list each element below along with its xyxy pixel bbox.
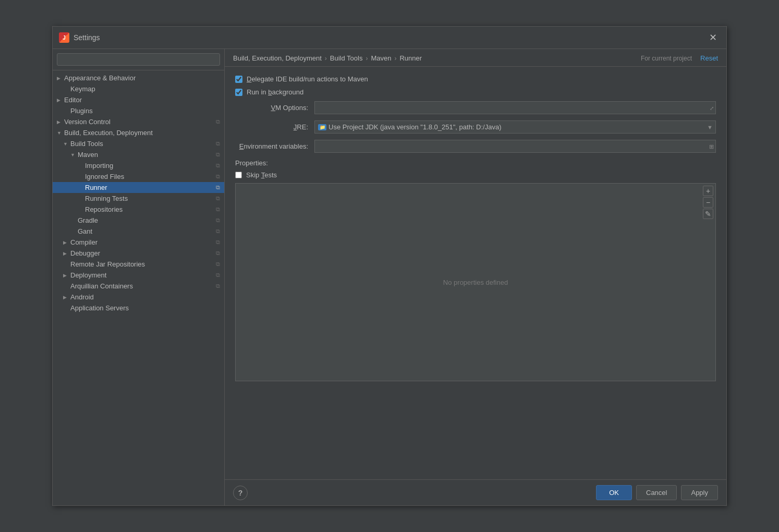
sidebar-item-maven[interactable]: ▼ Maven ⧉ [53, 149, 224, 160]
sidebar-item-repositories[interactable]: Repositories ⧉ [53, 204, 224, 215]
breadcrumb-build-exec[interactable]: Build, Execution, Deployment [233, 54, 322, 62]
skip-tests-checkbox[interactable] [235, 172, 242, 178]
bottom-bar: ? OK Cancel Apply [225, 479, 726, 505]
sidebar-item-version-control[interactable]: ▶ Version Control ⧉ [53, 116, 224, 127]
apply-button[interactable]: Apply [681, 485, 718, 500]
delegate-checkbox-row: Delegate IDE build/run actions to Maven [235, 75, 716, 83]
sidebar-item-label: Keymap [70, 85, 95, 93]
vm-options-row: VM Options: ⤢ [235, 101, 716, 114]
sidebar-item-keymap[interactable]: Keymap [53, 83, 224, 94]
sidebar-item-label: Build, Execution, Deployment [64, 129, 153, 137]
copy-icon: ⧉ [216, 151, 220, 158]
sidebar-item-appearance[interactable]: ▶ Appearance & Behavior [53, 72, 224, 83]
settings-area: Delegate IDE build/run actions to Maven … [225, 67, 726, 479]
close-button[interactable]: ✕ [706, 31, 720, 44]
copy-icon: ⧉ [216, 162, 220, 169]
vm-options-input[interactable] [314, 101, 716, 114]
sidebar-item-debugger[interactable]: ▶ Debugger ⧉ [53, 248, 224, 259]
sidebar-item-editor[interactable]: ▶ Editor [53, 94, 224, 105]
copy-icon: ⧉ [216, 195, 220, 202]
properties-empty-message: No properties defined [443, 279, 508, 286]
run-background-row: Run in background [235, 88, 716, 96]
expand-arrow: ▶ [63, 295, 70, 300]
search-input[interactable] [57, 53, 220, 66]
sidebar-item-ignored-files[interactable]: Ignored Files ⧉ [53, 171, 224, 182]
main-content: ▶ Appearance & Behavior Keymap ▶ Editor … [53, 49, 726, 505]
reset-button[interactable]: Reset [700, 54, 718, 62]
sidebar-item-label: Gradle [78, 216, 98, 224]
sidebar-item-label: Application Servers [70, 304, 129, 312]
settings-tree: ▶ Appearance & Behavior Keymap ▶ Editor … [53, 70, 224, 505]
jre-icon: 📁 [318, 124, 326, 130]
ok-button[interactable]: OK [596, 485, 632, 500]
sidebar-item-label: Maven [78, 151, 98, 159]
add-property-button[interactable]: + [703, 186, 713, 196]
edit-property-button[interactable]: ✎ [703, 209, 713, 219]
sidebar-item-compiler[interactable]: ▶ Compiler ⧉ [53, 237, 224, 248]
sidebar-item-gant[interactable]: Gant ⧉ [53, 226, 224, 237]
expand-arrow: ▶ [63, 240, 70, 245]
app-icon: J [59, 32, 69, 43]
settings-dialog: J Settings ✕ ▶ Appearance & Behavior Key… [52, 26, 727, 506]
sidebar-item-plugins[interactable]: Plugins [53, 105, 224, 116]
help-button[interactable]: ? [233, 486, 248, 500]
delegate-checkbox[interactable] [235, 76, 242, 83]
sidebar-item-arquillian[interactable]: Arquillian Containers ⧉ [53, 281, 224, 292]
sidebar-item-label: Debugger [70, 249, 100, 257]
copy-icon: ⧉ [216, 206, 220, 213]
sidebar-item-label: Ignored Files [85, 173, 124, 180]
sidebar-item-label: Runner [85, 184, 107, 191]
sidebar-item-build-tools[interactable]: ▼ Build Tools ⧉ [53, 138, 224, 149]
sidebar-item-label: Importing [85, 162, 113, 170]
title-bar: J Settings ✕ [53, 27, 726, 49]
sidebar-item-label: Compiler [70, 238, 98, 246]
copy-icon: ⧉ [216, 261, 220, 268]
jre-select-display[interactable]: 📁 Use Project JDK (java version "1.8.0_2… [314, 120, 716, 134]
breadcrumb-runner: Runner [399, 54, 422, 62]
properties-label: Properties: [235, 159, 716, 167]
run-background-checkbox[interactable] [235, 89, 242, 96]
sidebar-item-label: Version Control [64, 118, 111, 126]
sidebar-item-android[interactable]: ▶ Android [53, 292, 224, 303]
for-project-text: For current project [641, 55, 692, 62]
breadcrumb-build-tools[interactable]: Build Tools [330, 54, 363, 62]
skip-tests-row: Skip Tests [235, 171, 716, 179]
sidebar-item-label: Build Tools [70, 140, 103, 148]
expand-arrow: ▶ [57, 98, 64, 103]
breadcrumb-maven[interactable]: Maven [371, 54, 391, 62]
browse-icon[interactable]: ⊞ [709, 143, 714, 150]
sidebar-item-build-exec[interactable]: ▼ Build, Execution, Deployment [53, 127, 224, 138]
expand-arrow: ▶ [57, 119, 64, 125]
run-background-label: Run in background [247, 88, 303, 96]
breadcrumb-sep-3: › [394, 55, 396, 62]
expand-arrow: ▶ [63, 273, 70, 278]
right-panel: Build, Execution, Deployment › Build Too… [225, 49, 726, 505]
sidebar-item-importing[interactable]: Importing ⧉ [53, 160, 224, 171]
sidebar-item-deployment[interactable]: ▶ Deployment ⧉ [53, 270, 224, 281]
breadcrumb-sep-2: › [366, 55, 368, 62]
jre-label: JRE: [235, 123, 308, 131]
jre-value: Use Project JDK (java version "1.8.0_251… [328, 123, 502, 131]
cancel-button[interactable]: Cancel [636, 485, 677, 500]
sidebar-item-runner[interactable]: Runner ⧉ [53, 182, 224, 193]
title-bar-left: J Settings [59, 32, 100, 43]
copy-icon: ⧉ [216, 239, 220, 246]
copy-icon: ⧉ [216, 118, 220, 125]
table-actions: + − ✎ [703, 186, 713, 219]
sidebar-item-running-tests[interactable]: Running Tests ⧉ [53, 193, 224, 204]
expand-icon[interactable]: ⤢ [710, 105, 714, 111]
properties-table: No properties defined + − ✎ [235, 183, 716, 381]
sidebar-item-app-servers[interactable]: Application Servers [53, 303, 224, 313]
sidebar-item-label: Remote Jar Repositories [70, 260, 145, 268]
copy-icon: ⧉ [216, 228, 220, 235]
remove-property-button[interactable]: − [703, 197, 713, 208]
expand-arrow: ▼ [63, 141, 70, 147]
sidebar-item-gradle[interactable]: Gradle ⧉ [53, 215, 224, 226]
sidebar-item-remote-jar[interactable]: Remote Jar Repositories ⧉ [53, 259, 224, 270]
skip-tests-label: Skip Tests [246, 171, 277, 179]
sidebar-item-label: Gant [78, 227, 92, 235]
env-variables-input[interactable] [314, 140, 716, 153]
copy-icon: ⧉ [216, 283, 220, 289]
sidebar: ▶ Appearance & Behavior Keymap ▶ Editor … [53, 49, 225, 505]
properties-section: Properties: Skip Tests No properties def… [235, 159, 716, 381]
